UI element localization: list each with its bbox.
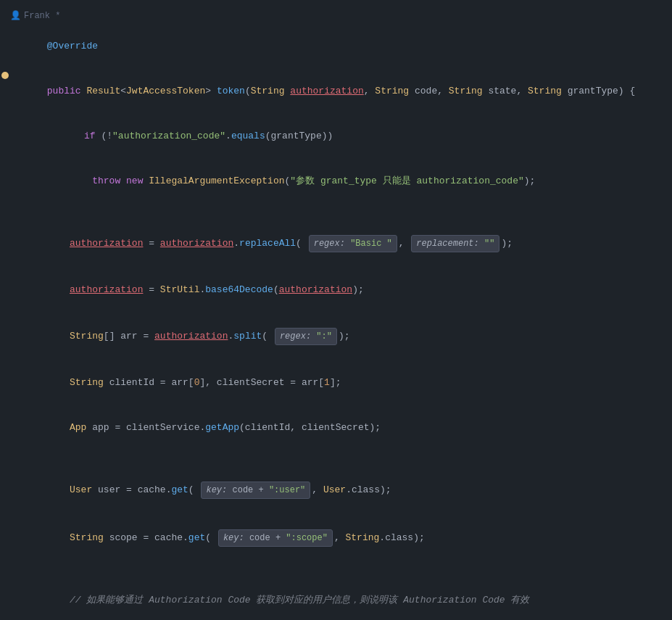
annotation-override: @Override	[47, 41, 98, 51]
line-content-throw1: throw new IllegalArgumentException("参数 g…	[10, 160, 672, 203]
fn-token: token	[217, 86, 245, 96]
line-cache-scope: String scope = cache.get( key: code + ":…	[0, 514, 672, 562]
line-content-comment1: // 如果能够通过 Authorization Code 获取到对应的用户信息，…	[10, 579, 672, 620]
line-content-replace: authorization = authorization.replaceAll…	[10, 220, 672, 267]
line-base64: authorization = StrUtil.base64Decode(aut…	[0, 268, 672, 313]
line-split: String[] arr = authorization.split( rege…	[0, 313, 672, 360]
line-content-blank1	[10, 204, 672, 219]
line-blank-3	[0, 562, 672, 578]
author-name: Frank *	[24, 11, 60, 21]
line-content-cache-scope: String scope = cache.get( key: code + ":…	[10, 515, 672, 561]
line-client-vars: String clientId = arr[0], clientSecret =…	[0, 360, 672, 405]
author-icon: 👤	[10, 10, 21, 21]
line-override: @Override	[0, 24, 672, 69]
line-content-if: if (!"authorization_code".equals(grantTy…	[25, 115, 672, 158]
line-content-client: String clientId = arr[0], clientSecret =…	[10, 361, 672, 405]
line-blank-1	[0, 204, 672, 220]
line-content-cache-user: User user = cache.get( key: code + ":use…	[10, 467, 672, 513]
line-content-split: String[] arr = authorization.split( rege…	[10, 313, 672, 360]
line-content-getapp: App app = clientService.getApp(clientId,…	[10, 406, 672, 450]
line-throw-1: throw new IllegalArgumentException("参数 g…	[0, 159, 672, 204]
line-content-base64: authorization = StrUtil.base64Decode(aut…	[10, 268, 672, 312]
line-dot-2	[0, 72, 10, 79]
line-content-override: @Override	[10, 25, 672, 68]
line-content-sig: public Result<JwtAccessToken> token(Stri…	[10, 70, 672, 113]
line-comment-1: // 如果能够通过 Authorization Code 获取到对应的用户信息，…	[0, 578, 672, 620]
breakpoint-dot	[1, 72, 9, 79]
kw-public: public	[47, 86, 87, 96]
line-if-check: if (!"authorization_code".equals(grantTy…	[0, 114, 672, 159]
author-line: 👤 Frank *	[0, 7, 672, 24]
line-cache-user: User user = cache.get( key: code + ":use…	[0, 466, 672, 514]
line-replace-all: authorization = authorization.replaceAll…	[0, 220, 672, 268]
line-blank-2	[0, 450, 672, 466]
line-method-sig: public Result<JwtAccessToken> token(Stri…	[0, 69, 672, 114]
code-editor: 👤 Frank * @Override public Result<JwtAcc…	[0, 0, 672, 620]
cls-result: Result	[86, 86, 120, 96]
line-get-app: App app = clientService.getApp(clientId,…	[0, 405, 672, 450]
